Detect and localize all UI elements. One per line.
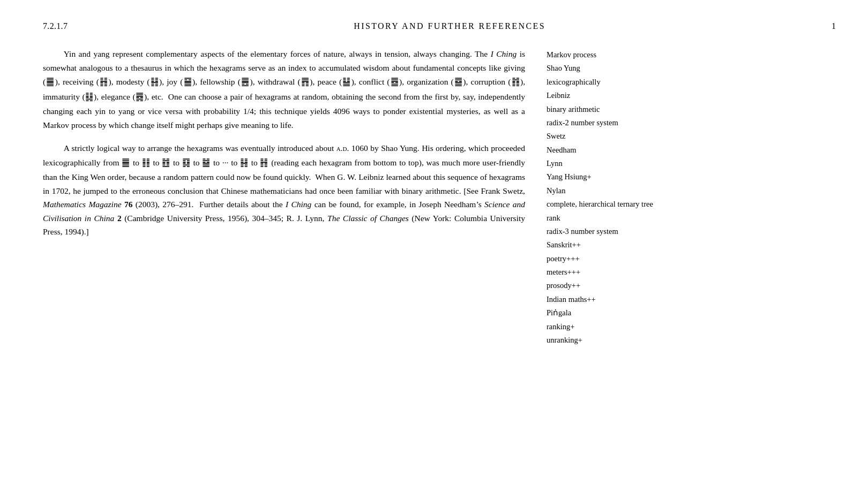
- seq-hex-6: ䷎: [240, 157, 249, 168]
- sidebar-item: Needham: [547, 143, 718, 157]
- main-content: Yin and yang represent complementary asp…: [43, 47, 836, 464]
- seq-hex-3: ䷂: [162, 157, 170, 168]
- mag-volume: 76: [124, 200, 133, 209]
- sidebar-item: radix-3 number system: [547, 225, 718, 238]
- i-ching-ref-2: I Ching: [286, 200, 311, 209]
- sidebar-item: Swetz: [547, 130, 718, 143]
- page-header: 7.2.1.7 HISTORY AND FURTHER REFERENCES 1: [43, 21, 836, 31]
- sidebar-item: Sanskrit++: [547, 238, 718, 252]
- page-number: 1: [832, 21, 836, 31]
- sidebar-item: Shao Yung: [547, 62, 718, 75]
- sidebar-item: rank: [547, 211, 718, 225]
- hex-2: ䷏: [99, 77, 109, 87]
- sidebar-item: unranking+: [547, 334, 718, 347]
- hex-12: ䷅: [136, 92, 144, 102]
- hex-6: ䷋: [301, 77, 310, 87]
- sidebar-item: prosody++: [547, 279, 718, 292]
- hex-10: ䷇: [511, 77, 520, 87]
- sidebar-index: Markov processShao Yunglexicographically…: [547, 47, 718, 464]
- hex-1: ䷀: [46, 77, 55, 87]
- page: 7.2.1.7 HISTORY AND FURTHER REFERENCES 1…: [0, 0, 868, 485]
- mag-title: Mathematics Magazine: [43, 200, 122, 209]
- sidebar-item: Markov process: [547, 48, 718, 62]
- hex-9: ䷈: [454, 77, 463, 87]
- sidebar-item: Nylan: [547, 184, 718, 198]
- sidebar-item: complete, hierarchical ternary tree: [547, 198, 718, 211]
- hex-7: ䷊: [342, 77, 351, 87]
- seq-hex-2: ䷁: [142, 157, 151, 168]
- sidebar-item: lexicographically: [547, 75, 718, 89]
- sci-volume: 2: [117, 214, 122, 223]
- hex-11: ䷆: [85, 92, 94, 102]
- sidebar-item: Yang Hsiung+: [547, 170, 718, 184]
- sidebar-item: radix-2 number system: [547, 116, 718, 130]
- seq-hex-5: ䷄: [202, 157, 211, 168]
- sidebar-item: ranking+: [547, 320, 718, 334]
- main-text-block: Yin and yang represent complementary asp…: [43, 47, 525, 464]
- sidebar-item: poetry+++: [547, 252, 718, 266]
- sidebar-item: meters+++: [547, 266, 718, 279]
- seq-hex-1: ䷀: [122, 157, 130, 168]
- ad-text: a.d.: [336, 143, 349, 153]
- hex-3: ䷎: [150, 77, 160, 87]
- classic-title: The Classic of Changes: [327, 214, 409, 223]
- sidebar-item: Indian maths++: [547, 293, 718, 306]
- sidebar-item: Piṅgala: [547, 306, 718, 320]
- hex-5: ䷌: [241, 77, 250, 87]
- sidebar-item: Leibniz: [547, 89, 718, 102]
- seq-hex-4: ䷃: [182, 157, 191, 168]
- paragraph-1: Yin and yang represent complementary asp…: [43, 47, 525, 132]
- page-title: HISTORY AND FURTHER REFERENCES: [354, 21, 545, 31]
- hex-8: ䷉: [390, 77, 400, 87]
- paragraph-2: A strictly logical way to arrange the he…: [43, 141, 525, 238]
- hex-4: ䷍: [183, 77, 192, 87]
- sidebar-item: binary arithmetic: [547, 103, 718, 116]
- seq-hex-7: ䷏: [260, 157, 268, 168]
- section-number: 7.2.1.7: [43, 21, 68, 31]
- i-ching-ref-1: I Ching: [491, 49, 517, 58]
- sidebar-item: Lynn: [547, 157, 718, 170]
